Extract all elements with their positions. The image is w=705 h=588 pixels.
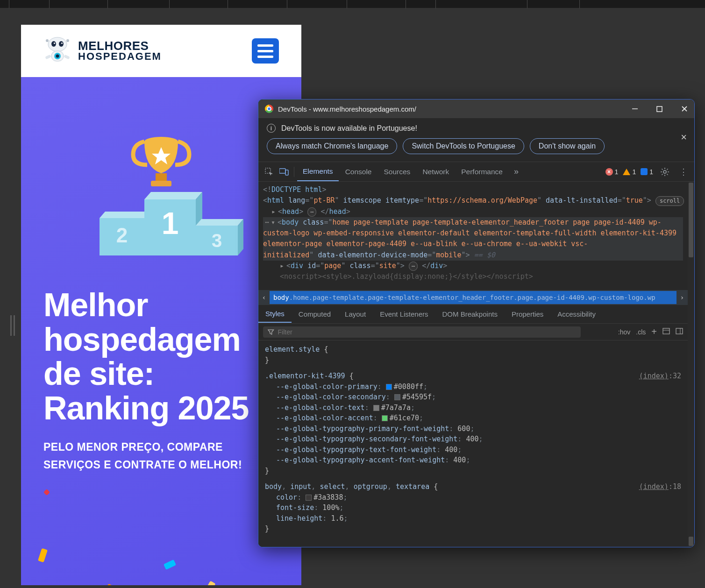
svg-point-2 bbox=[59, 41, 64, 47]
podium-illustration: 2 1 3 bbox=[43, 125, 279, 255]
devtools-titlebar[interactable]: DevTools - www.melhoreshospedagem.com/ bbox=[258, 99, 694, 118]
breadcrumb[interactable]: ‹ body.home.page-template.page-template-… bbox=[258, 290, 688, 305]
svg-line-43 bbox=[662, 174, 663, 175]
settings-icon[interactable] bbox=[658, 165, 672, 179]
elements-tree[interactable]: <!DOCTYPE html> <html lang="pt-BR" items… bbox=[258, 182, 688, 290]
tab-network[interactable]: Network bbox=[417, 163, 455, 181]
devtools-infobar: i DevTools is now available in Portugues… bbox=[258, 118, 694, 162]
svg-point-9 bbox=[56, 55, 59, 58]
svg-rect-10 bbox=[45, 55, 51, 60]
styles-subtabs: Styles Computed Layout Event Listeners D… bbox=[258, 305, 688, 324]
devtools-title: DevTools - www.melhoreshospedagem.com/ bbox=[278, 105, 416, 113]
subtab-dom-breakpoints[interactable]: DOM Breakpoints bbox=[435, 306, 505, 322]
error-count[interactable]: ×1 bbox=[605, 168, 619, 176]
svg-point-3 bbox=[54, 43, 55, 44]
hov-toggle[interactable]: :hov bbox=[618, 328, 630, 336]
switch-portuguese-button[interactable]: Switch DevTools to Portuguese bbox=[403, 138, 524, 154]
hero-title: Melhor hospedagem de site: Ranking 2025 bbox=[43, 288, 279, 425]
svg-rect-46 bbox=[676, 328, 683, 334]
svg-line-42 bbox=[667, 169, 668, 170]
issue-count[interactable]: 1 bbox=[641, 168, 653, 176]
svg-point-6 bbox=[66, 39, 69, 42]
match-language-button[interactable]: Always match Chrome's language bbox=[267, 138, 397, 154]
kebab-menu-icon[interactable]: ⋮ bbox=[677, 165, 691, 179]
svg-line-41 bbox=[667, 174, 668, 175]
sidebar-toggle-icon[interactable] bbox=[676, 328, 683, 336]
inspect-icon[interactable] bbox=[262, 165, 276, 179]
svg-rect-34 bbox=[285, 170, 288, 175]
styles-filter[interactable] bbox=[263, 326, 581, 338]
logo-text: MELHORES HOSPEDAGEM bbox=[78, 41, 162, 61]
svg-rect-29 bbox=[657, 106, 662, 112]
svg-text:3: 3 bbox=[212, 230, 222, 251]
canvas: MELHORES HOSPEDAGEM bbox=[0, 8, 705, 588]
svg-text:1: 1 bbox=[162, 206, 179, 241]
site-logo[interactable]: MELHORES HOSPEDAGEM bbox=[43, 36, 162, 66]
hero-subtitle: PELO MENOR PREÇO, COMPARE SERVIÇOS E CON… bbox=[43, 439, 279, 474]
subtab-accessibility[interactable]: Accessibility bbox=[550, 306, 603, 322]
cls-toggle[interactable]: .cls bbox=[636, 328, 646, 336]
tab-sources[interactable]: Sources bbox=[378, 163, 416, 181]
filter-icon bbox=[268, 329, 274, 335]
tab-performance[interactable]: Performance bbox=[456, 163, 508, 181]
warning-count[interactable]: 1 bbox=[623, 168, 636, 176]
svg-text:2: 2 bbox=[116, 224, 128, 247]
styles-panel[interactable]: element.style {}(index):32.elementor-kit… bbox=[258, 340, 688, 547]
maximize-button[interactable] bbox=[656, 106, 663, 113]
svg-point-5 bbox=[46, 39, 49, 42]
svg-rect-33 bbox=[279, 169, 285, 173]
devtools-toolbar: Elements Console Sources Network Perform… bbox=[258, 162, 694, 182]
info-icon: i bbox=[267, 124, 276, 133]
dont-show-button[interactable]: Don't show again bbox=[530, 138, 605, 154]
new-style-button[interactable]: + bbox=[651, 326, 657, 337]
subtab-layout[interactable]: Layout bbox=[338, 306, 373, 322]
minimize-button[interactable] bbox=[631, 106, 638, 113]
breadcrumb-next-icon[interactable]: › bbox=[677, 294, 688, 301]
infobar-actions: Always match Chrome's language Switch De… bbox=[267, 138, 686, 154]
window-controls bbox=[631, 106, 688, 113]
resize-handle[interactable] bbox=[10, 315, 15, 336]
breadcrumb-prev-icon[interactable]: ‹ bbox=[258, 294, 270, 301]
menu-toggle-button[interactable] bbox=[252, 38, 279, 64]
svg-point-1 bbox=[51, 41, 56, 47]
close-button[interactable] bbox=[681, 106, 688, 113]
styles-filter-row: :hov .cls + bbox=[258, 324, 688, 340]
devtools-window[interactable]: DevTools - www.melhoreshospedagem.com/ i… bbox=[258, 99, 695, 547]
ruler bbox=[0, 0, 705, 8]
computed-panel-icon[interactable] bbox=[662, 328, 670, 336]
subtab-styles[interactable]: Styles bbox=[258, 305, 292, 323]
device-toggle-icon[interactable] bbox=[277, 165, 291, 179]
svg-line-40 bbox=[662, 169, 663, 170]
elements-scrollbar[interactable] bbox=[688, 182, 694, 547]
svg-marker-25 bbox=[196, 219, 243, 226]
svg-rect-13 bbox=[151, 181, 171, 186]
svg-rect-44 bbox=[663, 328, 669, 334]
info-text: DevTools is now available in Portuguese! bbox=[281, 124, 417, 133]
tab-console[interactable]: Console bbox=[340, 163, 377, 181]
infobar-close-button[interactable]: × bbox=[681, 131, 687, 143]
svg-point-4 bbox=[61, 43, 63, 44]
filter-input[interactable] bbox=[278, 328, 576, 336]
subtab-properties[interactable]: Properties bbox=[505, 306, 550, 322]
robot-icon bbox=[43, 36, 71, 66]
chrome-icon bbox=[265, 105, 273, 113]
more-tabs-icon[interactable]: » bbox=[509, 165, 523, 179]
svg-marker-21 bbox=[144, 192, 202, 199]
site-header: MELHORES HOSPEDAGEM bbox=[21, 25, 301, 77]
subtab-computed[interactable]: Computed bbox=[292, 306, 338, 322]
svg-rect-12 bbox=[156, 173, 167, 182]
svg-point-35 bbox=[663, 170, 666, 173]
svg-rect-11 bbox=[64, 55, 70, 60]
tab-elements[interactable]: Elements bbox=[297, 163, 339, 181]
subtab-event-listeners[interactable]: Event Listeners bbox=[373, 306, 435, 322]
logo-line2: HOSPEDAGEM bbox=[78, 52, 162, 61]
svg-marker-17 bbox=[100, 212, 150, 218]
svg-point-0 bbox=[48, 37, 67, 51]
